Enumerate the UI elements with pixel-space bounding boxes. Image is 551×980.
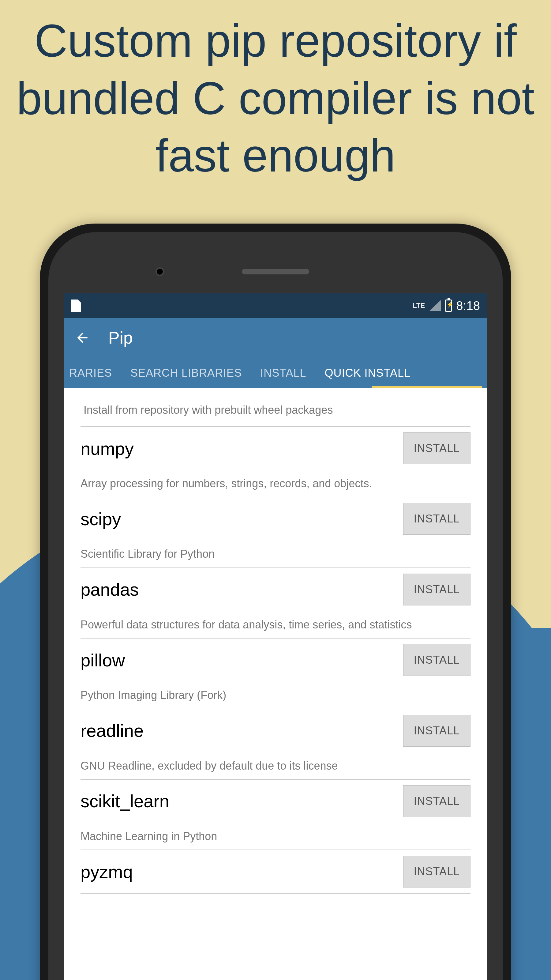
- install-button[interactable]: INSTALL: [403, 785, 470, 817]
- package-row: pandas INSTALL Powerful data structures …: [81, 568, 470, 638]
- tab-quick-install[interactable]: QUICK INSTALL: [325, 367, 411, 379]
- install-button[interactable]: INSTALL: [403, 574, 470, 605]
- phone-screen: LTE 8:18 Pip RARIES SEARCH LIBRARIES INS…: [64, 293, 487, 980]
- package-name: pandas: [81, 579, 139, 600]
- tab-search-libraries[interactable]: SEARCH LIBRARIES: [130, 367, 242, 379]
- package-name: readline: [81, 720, 144, 741]
- battery-icon: [445, 299, 452, 312]
- package-name: pyzmq: [81, 861, 133, 882]
- package-row: readline INSTALL GNU Readline, excluded …: [81, 709, 470, 780]
- app-title: Pip: [108, 328, 133, 348]
- phone-frame: LTE 8:18 Pip RARIES SEARCH LIBRARIES INS…: [40, 224, 511, 980]
- status-right: LTE 8:18: [413, 299, 480, 313]
- tab-indicator: [372, 386, 482, 388]
- package-desc: GNU Readline, excluded by default due to…: [81, 747, 470, 773]
- sd-card-icon: [71, 299, 81, 312]
- package-name: pillow: [81, 650, 125, 670]
- package-name: scikit_learn: [81, 791, 169, 811]
- package-desc: Scientific Library for Python: [81, 535, 470, 562]
- lte-icon: LTE: [413, 302, 425, 310]
- package-row: pyzmq INSTALL: [81, 850, 470, 894]
- status-left: [71, 299, 81, 312]
- install-button[interactable]: INSTALL: [403, 715, 470, 747]
- phone-camera: [156, 267, 164, 276]
- status-bar: LTE 8:18: [64, 293, 487, 318]
- tab-install[interactable]: INSTALL: [260, 367, 306, 379]
- package-name: scipy: [81, 509, 121, 529]
- phone-speaker: [242, 269, 309, 274]
- package-desc: Machine Learning in Python: [81, 817, 470, 844]
- package-row: scikit_learn INSTALL Machine Learning in…: [81, 780, 470, 850]
- marketing-headline: Custom pip repository if bundled C compi…: [0, 12, 551, 185]
- signal-icon: [429, 300, 441, 311]
- package-name: numpy: [81, 438, 134, 459]
- tab-bar: RARIES SEARCH LIBRARIES INSTALL QUICK IN…: [64, 358, 487, 388]
- app-bar: Pip: [64, 318, 487, 358]
- package-desc: Python Imaging Library (Fork): [81, 676, 470, 703]
- package-row: numpy INSTALL Array processing for numbe…: [81, 427, 470, 497]
- install-button[interactable]: INSTALL: [403, 503, 470, 535]
- package-desc: Array processing for numbers, strings, r…: [81, 464, 470, 491]
- section-header: Install from repository with prebuilt wh…: [81, 388, 470, 427]
- package-desc: Powerful data structures for data analys…: [81, 605, 470, 632]
- package-row: pillow INSTALL Python Imaging Library (F…: [81, 638, 470, 709]
- install-button[interactable]: INSTALL: [403, 856, 470, 888]
- package-row: scipy INSTALL Scientific Library for Pyt…: [81, 497, 470, 568]
- phone-inner: LTE 8:18 Pip RARIES SEARCH LIBRARIES INS…: [48, 232, 503, 980]
- install-button[interactable]: INSTALL: [403, 644, 470, 676]
- content[interactable]: Install from repository with prebuilt wh…: [64, 388, 487, 894]
- status-time: 8:18: [456, 299, 480, 313]
- back-arrow-icon[interactable]: [75, 330, 90, 345]
- tab-libraries[interactable]: RARIES: [69, 367, 112, 379]
- install-button[interactable]: INSTALL: [403, 433, 470, 464]
